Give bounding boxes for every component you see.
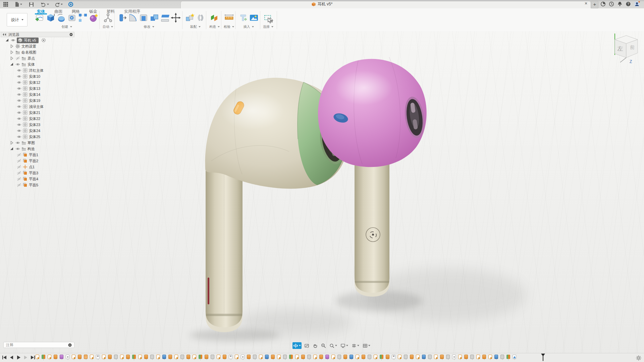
timeline-feature-sketch[interactable] <box>138 355 142 359</box>
collapse-arrow-icon[interactable] <box>9 146 14 151</box>
timeline-feature-boolean[interactable] <box>422 355 426 359</box>
new-tab-button[interactable]: + <box>591 1 598 8</box>
tree-row-洋红主体[interactable]: 洋红主体 <box>1 67 81 73</box>
timeline-feature-plane[interactable] <box>42 355 45 359</box>
undo-icon[interactable] <box>40 1 50 7</box>
timeline-feature-sketch[interactable] <box>193 355 196 359</box>
timeline-feature-sketch[interactable] <box>102 355 106 359</box>
timeline-feature-extrude[interactable] <box>78 355 82 359</box>
timeline-position-marker[interactable] <box>543 354 543 361</box>
visibility-eye-icon[interactable] <box>15 62 20 67</box>
timeline-feature-extrude[interactable] <box>343 355 347 359</box>
sweep-icon[interactable] <box>67 13 77 23</box>
toolbar-group-label-7[interactable]: 选择 <box>263 24 273 29</box>
measure-icon[interactable] <box>224 13 234 23</box>
split-body-icon[interactable] <box>160 13 170 23</box>
visibility-eye-icon[interactable] <box>17 153 21 157</box>
extrude-icon[interactable] <box>46 13 56 23</box>
tree-row-实体14[interactable]: 实体14 <box>1 92 81 98</box>
collapse-panel-icon[interactable] <box>2 33 6 36</box>
tree-row-实体19[interactable]: 实体19 <box>1 98 81 104</box>
comments-icon[interactable] <box>68 343 72 347</box>
visibility-eye-icon[interactable] <box>17 128 21 133</box>
timeline-feature-extrude[interactable] <box>410 355 414 359</box>
timeline-feature-sketch[interactable] <box>416 355 420 359</box>
tree-label[interactable]: 平面4 <box>29 177 38 182</box>
document-tab[interactable] <box>180 1 591 9</box>
tree-label[interactable]: 平面1 <box>29 153 38 158</box>
visibility-eye-icon[interactable] <box>17 104 21 109</box>
timeline-feature-sketch[interactable] <box>374 355 377 359</box>
tree-row-实体13[interactable]: 实体13 <box>1 85 81 92</box>
tab-close-icon[interactable]: × <box>583 1 589 7</box>
revolve-icon[interactable] <box>56 13 66 23</box>
timeline-feature-sketch[interactable] <box>458 355 462 359</box>
tree-row-平面2[interactable]: 平面2 <box>1 158 81 164</box>
tree-row-平面3[interactable]: 平面3 <box>1 170 81 176</box>
decal-icon[interactable] <box>238 13 248 23</box>
timeline-feature-extrude[interactable] <box>205 355 208 359</box>
tree-label[interactable]: 实体10 <box>29 74 40 79</box>
timeline-feature-point[interactable] <box>452 355 456 359</box>
tree-row-实体22[interactable]: 实体22 <box>1 116 81 122</box>
visibility-eye-icon[interactable] <box>17 74 21 79</box>
visibility-eye-icon[interactable] <box>17 171 21 175</box>
timeline-feature-trim[interactable] <box>229 355 232 359</box>
tree-label[interactable]: 实体24 <box>29 128 40 133</box>
file-menu-icon[interactable] <box>13 1 23 7</box>
timeline-feature-boolean[interactable] <box>162 355 166 359</box>
expand-arrow-icon[interactable] <box>9 50 14 55</box>
toolbar-group-label-3[interactable]: 装配 <box>190 24 201 29</box>
timeline-options-gear-icon[interactable] <box>636 355 641 361</box>
timeline-feature-sketch[interactable] <box>488 355 492 359</box>
tree-label[interactable]: 实体23 <box>29 122 40 127</box>
tree-row-文档设置[interactable]: 文档设置 <box>1 43 81 49</box>
timeline-feature-point[interactable] <box>66 355 69 359</box>
timeline-feature-trim[interactable] <box>392 355 395 359</box>
tree-label[interactable]: 实体12 <box>29 80 40 85</box>
tree-label[interactable]: 文档设置 <box>21 44 36 49</box>
tree-label[interactable]: 实体14 <box>29 92 40 97</box>
tree-row-平面5[interactable]: 平面5 <box>1 182 81 188</box>
tree-label[interactable]: 命名视图 <box>21 50 36 55</box>
timeline-feature-boolean[interactable] <box>265 355 269 359</box>
timeline-feature-boolean[interactable] <box>350 355 353 359</box>
nav-viewports-button[interactable] <box>362 342 371 349</box>
tree-label[interactable]: 浅绿主体 <box>29 104 44 109</box>
timeline-feature-sketch[interactable] <box>313 355 317 359</box>
update-clock-icon[interactable] <box>609 1 614 8</box>
visibility-eye-icon[interactable] <box>15 140 20 145</box>
timeline-feature-sketch[interactable] <box>217 355 220 359</box>
redo-icon[interactable] <box>53 1 64 7</box>
new-component-icon[interactable] <box>185 13 195 23</box>
toolbar-group-label-4[interactable]: 构造 <box>209 24 220 29</box>
timeline-feature-plane[interactable] <box>289 355 293 359</box>
tree-label[interactable]: 构造 <box>28 146 35 152</box>
viewcube-face-front[interactable]: 前 <box>630 45 635 50</box>
timeline-feature-fillet[interactable] <box>337 355 341 359</box>
combine-icon[interactable] <box>149 13 159 23</box>
tree-label[interactable]: 草图 <box>28 140 35 145</box>
timeline-feature-plane[interactable] <box>199 355 202 359</box>
tree-row-实体24[interactable]: 实体24 <box>1 128 81 134</box>
timeline-feature-fillet[interactable] <box>180 355 184 359</box>
timeline-feature-extrude[interactable] <box>319 355 323 359</box>
tree-row-平面1[interactable]: 平面1 <box>1 152 81 158</box>
timeline-feature-point[interactable] <box>241 355 245 359</box>
timeline-feature-extrude[interactable] <box>186 355 190 359</box>
timeline-feature-extrude[interactable] <box>168 355 172 359</box>
timeline-feature-sketch[interactable] <box>120 355 124 359</box>
timeline-feature-fillet[interactable] <box>283 355 287 359</box>
collapse-arrow-icon[interactable] <box>9 62 14 67</box>
create-form-icon[interactable] <box>89 13 99 23</box>
visibility-eye-icon[interactable] <box>17 177 21 181</box>
tree-label[interactable]: 洋红主体 <box>29 68 44 73</box>
earbuds-3d-model[interactable] <box>0 31 644 362</box>
timeline-feature-extrude[interactable] <box>108 355 112 359</box>
create-sketch-icon[interactable] <box>35 13 45 23</box>
shell-icon[interactable] <box>139 13 149 23</box>
tree-label[interactable]: 原点 <box>28 56 35 61</box>
press-pull-icon[interactable] <box>117 13 127 23</box>
nav-orbit-button[interactable] <box>292 342 302 349</box>
viewcube-face-left[interactable]: 左 <box>618 46 623 52</box>
